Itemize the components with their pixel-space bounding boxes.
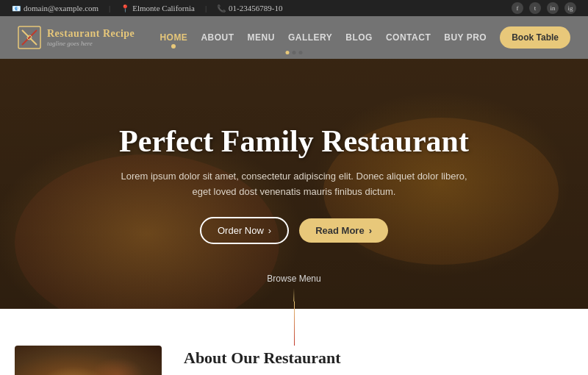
about-image bbox=[15, 346, 162, 375]
hero-title: Perfect Family Restaurant bbox=[118, 124, 470, 159]
dot-2 bbox=[293, 51, 296, 54]
separator-2: | bbox=[205, 4, 207, 12]
navbar: Restaurant Recipe tagline goes here HOME… bbox=[0, 16, 588, 59]
about-description: Lorem ipsum dolor sit amet, consectetur … bbox=[184, 372, 566, 375]
hero-content: Perfect Family Restaurant Lorem ipsum do… bbox=[118, 124, 470, 245]
facebook-icon[interactable]: f bbox=[512, 2, 523, 14]
nav-blog[interactable]: BLOG bbox=[345, 32, 373, 43]
divider-line bbox=[294, 301, 295, 346]
divider-section bbox=[0, 309, 588, 338]
order-now-button[interactable]: Order Now › bbox=[200, 217, 289, 244]
logo-text: Restaurant Recipe tagline goes here bbox=[47, 28, 135, 47]
browse-line bbox=[294, 288, 295, 301]
email-info: 📧 domain@example.com bbox=[12, 4, 98, 12]
email-text: domain@example.com bbox=[24, 4, 98, 12]
location-icon: 📍 bbox=[121, 4, 129, 12]
arrow-right-icon-2: › bbox=[369, 225, 372, 236]
hero-section: Perfect Family Restaurant Lorem ipsum do… bbox=[0, 59, 588, 309]
linkedin-icon[interactable]: in bbox=[547, 2, 559, 14]
nav-about[interactable]: ABOUT bbox=[201, 32, 234, 43]
location-text: Elmonte California bbox=[132, 4, 195, 12]
top-bar-left: 📧 domain@example.com | 📍 Elmonte Califor… bbox=[12, 4, 282, 12]
phone-info: 📞 01-23456789-10 bbox=[217, 4, 282, 12]
location-info: 📍 Elmonte California bbox=[121, 4, 195, 12]
email-icon: 📧 bbox=[12, 4, 21, 12]
about-food-overlay bbox=[15, 346, 162, 375]
nav-home[interactable]: HOME bbox=[159, 32, 187, 43]
separator-1: | bbox=[109, 4, 110, 12]
about-content: About Our Restaurant Lorem ipsum dolor s… bbox=[184, 346, 566, 375]
hero-buttons: Order Now › Read More › bbox=[118, 217, 470, 244]
browse-menu-label: Browse Menu bbox=[267, 274, 320, 284]
top-bar: 📧 domain@example.com | 📍 Elmonte Califor… bbox=[0, 0, 588, 16]
phone-icon: 📞 bbox=[217, 4, 226, 12]
twitter-icon[interactable]: t bbox=[529, 2, 541, 14]
social-links: f t in ig bbox=[512, 2, 576, 14]
instagram-icon[interactable]: ig bbox=[564, 2, 576, 14]
dot-3 bbox=[299, 51, 303, 54]
nav-buypro[interactable]: BUY PRO bbox=[444, 32, 487, 43]
nav-links: HOME ABOUT MENU GALLERY BLOG CONTACT BUY… bbox=[159, 26, 570, 49]
nav-gallery[interactable]: GALLERY bbox=[288, 32, 332, 43]
browse-menu[interactable]: Browse Menu bbox=[267, 274, 320, 301]
logo: Restaurant Recipe tagline goes here bbox=[18, 26, 135, 49]
logo-icon bbox=[18, 26, 41, 49]
read-more-button[interactable]: Read More › bbox=[299, 218, 388, 243]
nav-dots bbox=[286, 51, 303, 54]
arrow-right-icon: › bbox=[268, 225, 271, 236]
brand-name: Restaurant Recipe bbox=[47, 28, 135, 40]
phone-text: 01-23456789-10 bbox=[229, 4, 282, 12]
dot-1 bbox=[286, 51, 290, 54]
brand-tagline: tagline goes here bbox=[47, 40, 135, 47]
nav-contact[interactable]: CONTACT bbox=[386, 32, 431, 43]
book-table-button[interactable]: Book Table bbox=[500, 26, 570, 49]
hero-description: Lorem ipsum dolor sit amet, consectetur … bbox=[118, 169, 470, 200]
nav-menu[interactable]: MENU bbox=[248, 32, 275, 43]
about-title: About Our Restaurant bbox=[184, 349, 566, 368]
